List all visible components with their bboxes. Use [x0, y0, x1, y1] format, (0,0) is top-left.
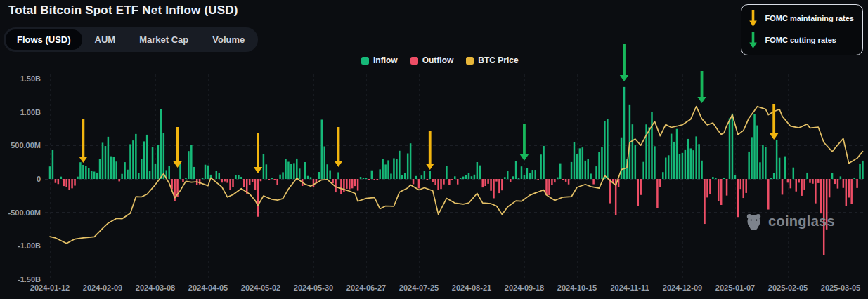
inflow-bar [648, 127, 650, 179]
y-tick-label: 0 [37, 175, 41, 183]
green-down-arrow-icon [749, 30, 758, 50]
inflow-bar [446, 166, 448, 179]
inflow-bar [540, 154, 542, 179]
inflow-bar [371, 171, 373, 179]
x-tick-label: 2024-05-30 [294, 284, 333, 292]
inflow-bar [665, 158, 667, 179]
inflow-bar [662, 172, 664, 179]
tab-volume[interactable]: Volume [201, 29, 256, 50]
inflow-bar [779, 158, 781, 179]
tab-market-cap[interactable]: Market Cap [128, 29, 200, 50]
outflow-bar [737, 179, 739, 217]
fomc-legend-box: FOMC maintaining rates FOMC cutting rate… [741, 4, 863, 55]
inflow-bar [113, 157, 115, 179]
x-tick-label: 2025-02-05 [768, 284, 808, 292]
inflow-bar [712, 177, 714, 179]
inflow-bar [296, 159, 298, 179]
outflow-bar [432, 179, 434, 182]
inflow-bar [365, 178, 368, 179]
inflow-bar [379, 169, 381, 179]
inflow-bar [532, 170, 534, 179]
outflow-bar [182, 179, 184, 182]
inflow-bar [384, 164, 387, 179]
inflow-bar [163, 133, 165, 179]
outflow-bar [637, 179, 640, 206]
legend-item-outflow[interactable]: Outflow [410, 55, 454, 65]
outflow-bar [850, 179, 853, 204]
inflow-bar [146, 135, 148, 179]
inflow-bar [723, 178, 725, 179]
inflow-bar [770, 178, 772, 179]
outflow-bar [795, 179, 797, 192]
inflow-bar [205, 165, 207, 179]
outflow-bar [437, 179, 439, 190]
outflow-bar [65, 179, 67, 187]
inflow-bar [632, 124, 634, 179]
inflow-bar [590, 173, 592, 179]
inflow-bar [160, 109, 162, 179]
fomc-maintaining-label: FOMC maintaining rates [765, 14, 854, 22]
inflow-bar [685, 150, 687, 179]
outflow-bar [565, 179, 567, 182]
outflow-bar [254, 179, 257, 190]
inflow-bar [77, 177, 79, 179]
outflow-bar [243, 179, 245, 187]
inflow-bar [687, 139, 689, 179]
inflow-bar [110, 157, 112, 179]
outflow-bar [276, 179, 278, 185]
outflow-bar [448, 179, 451, 185]
inflow-bar [287, 162, 290, 179]
x-tick-label: 2024-01-12 [30, 284, 70, 292]
outflow-bar [224, 179, 226, 182]
inflow-bar [734, 175, 737, 179]
legend-item-btc-price[interactable]: BTC Price [466, 55, 518, 65]
outflow-bar [837, 179, 839, 189]
tab-bar: Flows (USD) AUM Market Cap Volume [4, 27, 258, 52]
inflow-bar [152, 147, 154, 179]
inflow-bar [671, 134, 673, 179]
inflow-bar [216, 171, 218, 179]
outflow-bar [427, 179, 429, 180]
inflow-bar [188, 151, 190, 179]
inflow-bar [477, 162, 479, 179]
outflow-bar [537, 179, 539, 180]
inflow-bar [155, 164, 157, 179]
btc-price-swatch-icon [466, 57, 474, 65]
inflow-bar [806, 173, 808, 179]
outflow-bar [340, 179, 342, 194]
inflow-bar [598, 152, 600, 179]
legend-inflow-label: Inflow [373, 55, 398, 65]
inflow-bar [559, 164, 562, 179]
outflow-bar [413, 179, 415, 184]
outflow-bar [740, 179, 742, 189]
outflow-bar [68, 179, 70, 190]
outflow-bar [226, 179, 228, 183]
inflow-bar [651, 112, 653, 179]
inflow-bar [557, 178, 559, 179]
inflow-bar [105, 146, 107, 179]
inflow-bar [471, 176, 473, 179]
inflow-bar [193, 167, 195, 179]
inflow-bar [595, 166, 597, 179]
inflow-bar [219, 173, 221, 179]
outflow-bar [815, 179, 817, 204]
tab-flows-usd[interactable]: Flows (USD) [6, 29, 82, 50]
outflow-bar [554, 179, 556, 182]
inflow-bar [518, 178, 520, 179]
inflow-bar [168, 166, 170, 179]
inflow-bar [543, 146, 545, 179]
legend-item-inflow[interactable]: Inflow [361, 55, 398, 65]
tab-aum[interactable]: AUM [84, 29, 127, 50]
inflow-bar [454, 176, 456, 179]
inflow-bar [462, 177, 465, 179]
page-title: Total Bitcoin Spot ETF Net Inflow (USD) [8, 4, 238, 18]
outflow-bar [260, 179, 262, 181]
coinglass-etf-flow-page: 2024-01-122024-02-092024-03-082024-04-05… [0, 0, 868, 299]
watermark-text: coinglass [768, 213, 835, 230]
inflow-bar [604, 121, 606, 179]
outflow-bar [843, 179, 845, 188]
outflow-bar [71, 179, 73, 188]
outflow-bar [346, 179, 348, 189]
inflow-bar [82, 165, 84, 179]
inflow-bar [49, 166, 51, 179]
